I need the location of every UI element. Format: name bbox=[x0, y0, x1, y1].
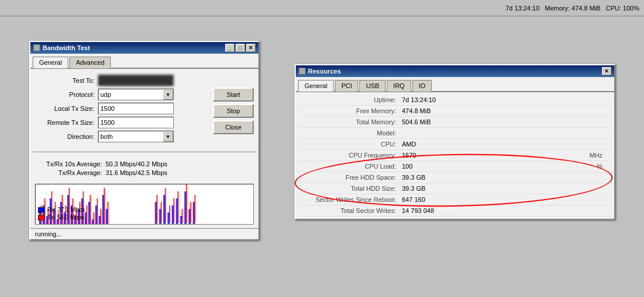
res-label-2: Total Memory: bbox=[303, 118, 396, 125]
test-to-row: Test To: bbox=[34, 75, 255, 86]
res-value-2: 504.6 MiB bbox=[402, 118, 607, 125]
txrx-10s-value: 50.3 Mbps/40.2 Mbps bbox=[106, 160, 167, 167]
res-label-9: Sector Writes Since Reboot: bbox=[303, 196, 396, 203]
svg-rect-56 bbox=[181, 209, 183, 223]
maximize-button[interactable]: □ bbox=[236, 44, 245, 52]
txrx-avg-row: Tx/Rx Average: 31.6 Mbps/42.5 Mbps bbox=[35, 169, 254, 176]
close-button[interactable]: Close bbox=[213, 120, 254, 134]
button-panel: Start Stop Close bbox=[213, 88, 254, 134]
svg-rect-53 bbox=[169, 205, 170, 223]
tx-legend: Tx: 58.0 Mbps bbox=[38, 214, 85, 221]
memory-display: Memory: 474.8 MiB bbox=[545, 5, 600, 12]
res-row-0: Uptime: 7d 13:24:10 bbox=[298, 95, 612, 106]
direction-label: Direction: bbox=[36, 133, 94, 140]
tab-res-usb[interactable]: USB bbox=[359, 80, 386, 92]
res-row-3: Model: bbox=[298, 128, 612, 139]
resources-dialog-icon bbox=[299, 68, 306, 75]
bandwidth-title: Bandwidth Test bbox=[43, 44, 90, 51]
res-row-5: CPU Frequency: 1670 MHz bbox=[298, 150, 612, 161]
res-row-7: Free HDD Space: 39.3 GB bbox=[298, 172, 612, 183]
local-tx-label: Local Tx Size: bbox=[36, 105, 94, 112]
bandwidth-chart: Rx: 37.1 Mbps Tx: 58.0 Mbps bbox=[35, 184, 254, 225]
stats-area: Tx/Rx 10s Average: 50.3 Mbps/40.2 Mbps T… bbox=[30, 156, 258, 180]
form-divider bbox=[33, 152, 256, 153]
res-label-7: Free HDD Space: bbox=[303, 174, 396, 181]
res-label-1: Free Memory: bbox=[303, 107, 396, 114]
protocol-value: udp bbox=[100, 91, 111, 98]
res-label-4: CPU: bbox=[303, 141, 396, 148]
protocol-label: Protocol: bbox=[36, 91, 94, 98]
svg-rect-50 bbox=[156, 195, 158, 223]
res-row-2: Total Memory: 504.6 MiB bbox=[298, 117, 612, 128]
res-row-6: CPU Load: 100 % bbox=[298, 161, 612, 172]
res-row-10: Total Sector Writes: 14 793 048 bbox=[298, 205, 612, 216]
svg-rect-33 bbox=[86, 205, 88, 225]
tab-res-general[interactable]: General bbox=[298, 80, 334, 92]
tx-color-swatch bbox=[38, 215, 45, 221]
bandwidth-dialog: Bandwidth Test _ □ ✕ General Advanced Te… bbox=[29, 41, 260, 240]
svg-rect-59 bbox=[194, 195, 195, 223]
svg-rect-34 bbox=[90, 195, 91, 225]
res-label-0: Uptime: bbox=[303, 96, 396, 103]
txrx-avg-value: 31.6 Mbps/42.5 Mbps bbox=[106, 169, 167, 176]
direction-select-wrapper: both ▼ bbox=[98, 131, 174, 142]
tab-res-io[interactable]: IO bbox=[412, 80, 432, 92]
rx-color-swatch bbox=[38, 207, 45, 213]
res-row-4: CPU: AMD bbox=[298, 139, 612, 150]
res-label-3: Model: bbox=[303, 130, 396, 137]
res-value-5: 1670 bbox=[402, 152, 589, 159]
res-row-9: Sector Writes Since Reboot: 647 160 bbox=[298, 194, 612, 205]
rx-legend: Rx: 37.1 Mbps bbox=[38, 207, 85, 213]
test-to-input[interactable] bbox=[98, 75, 174, 86]
uptime-display: 7d 13:24:10 bbox=[506, 5, 540, 12]
start-button[interactable]: Start bbox=[213, 88, 254, 102]
res-label-8: Total HDD Size: bbox=[303, 185, 396, 192]
remote-tx-label: Remote Tx Size: bbox=[36, 119, 94, 126]
svg-rect-37 bbox=[100, 209, 102, 225]
res-value-4: AMD bbox=[402, 141, 607, 148]
taskbar: 7d 13:24:10 Memory: 474.8 MiB CPU: 100% bbox=[0, 0, 644, 16]
minimize-button[interactable]: _ bbox=[225, 44, 235, 52]
resources-close-button[interactable]: ✕ bbox=[602, 67, 611, 75]
bandwidth-dialog-icon bbox=[33, 44, 40, 51]
res-value-10: 14 793 048 bbox=[402, 207, 607, 214]
protocol-select-wrapper: udp ▼ bbox=[98, 89, 174, 100]
res-row-1: Free Memory: 474.8 MiB bbox=[298, 106, 612, 117]
svg-rect-39 bbox=[107, 202, 108, 225]
res-value-0: 7d 13:24:10 bbox=[402, 96, 607, 103]
tx-legend-label: Tx: 58.0 Mbps bbox=[47, 214, 84, 221]
svg-rect-58 bbox=[190, 202, 191, 223]
rx-legend-label: Rx: 37.1 Mbps bbox=[47, 207, 85, 213]
chart-legend: Rx: 37.1 Mbps Tx: 58.0 Mbps bbox=[38, 207, 85, 222]
topbar-info: 7d 13:24:10 Memory: 474.8 MiB CPU: 100% bbox=[506, 5, 639, 12]
svg-rect-51 bbox=[160, 202, 162, 223]
resources-titlebar: Resources ✕ bbox=[296, 65, 614, 77]
res-unit-5: MHz bbox=[589, 152, 607, 159]
svg-rect-57 bbox=[186, 184, 187, 223]
res-value-8: 39.3 GB bbox=[402, 185, 607, 192]
local-tx-input[interactable]: 1500 bbox=[98, 103, 174, 114]
direction-value: both bbox=[100, 133, 113, 140]
res-value-6: 100 bbox=[402, 163, 597, 170]
svg-rect-36 bbox=[97, 198, 98, 225]
res-label-5: CPU Frequency: bbox=[303, 152, 396, 159]
remote-tx-input[interactable]: 1500 bbox=[98, 117, 174, 128]
tab-res-pci[interactable]: PCI bbox=[335, 80, 358, 92]
tab-advanced[interactable]: Advanced bbox=[69, 57, 111, 68]
res-label-10: Total Sector Writes: bbox=[303, 207, 396, 214]
svg-rect-38 bbox=[104, 188, 105, 225]
res-value-7: 39.3 GB bbox=[402, 174, 607, 181]
status-text: running... bbox=[35, 230, 62, 237]
close-window-button[interactable]: ✕ bbox=[246, 44, 256, 52]
resources-rows: Uptime: 7d 13:24:10 Free Memory: 474.8 M… bbox=[296, 92, 614, 219]
tab-general[interactable]: General bbox=[33, 57, 68, 68]
svg-rect-55 bbox=[177, 191, 178, 223]
stop-button[interactable]: Stop bbox=[213, 104, 254, 118]
res-label-6: CPU Load: bbox=[303, 163, 396, 170]
resources-title: Resources bbox=[308, 68, 341, 75]
svg-rect-54 bbox=[173, 198, 174, 223]
svg-rect-35 bbox=[93, 212, 94, 225]
tab-res-irq[interactable]: IRQ bbox=[387, 80, 411, 92]
bandwidth-tabs: General Advanced bbox=[30, 54, 258, 69]
resources-tabs: General PCI USB IRQ IO bbox=[296, 77, 614, 92]
